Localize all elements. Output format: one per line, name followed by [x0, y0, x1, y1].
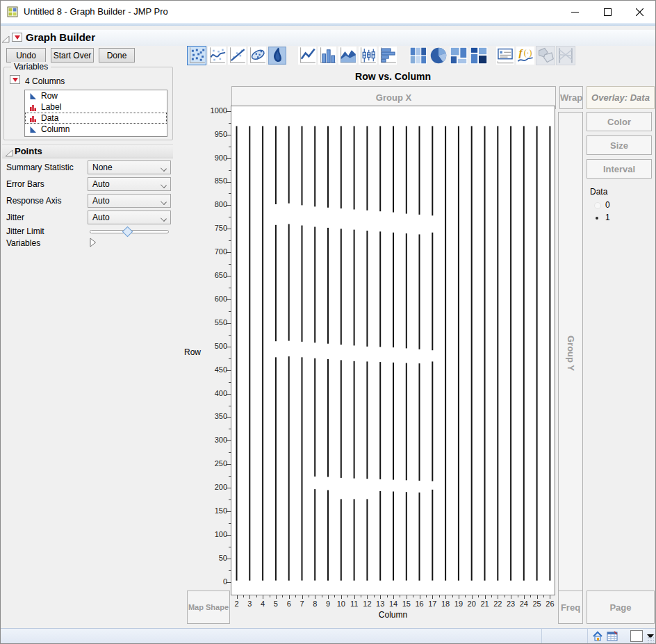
point-run-column-12[interactable]: [366, 499, 368, 580]
bar-element-icon[interactable]: [318, 46, 337, 65]
point-run-column-16[interactable]: [419, 363, 420, 481]
point-run-column-17[interactable]: [432, 126, 433, 216]
point-run-column-14[interactable]: [393, 233, 394, 347]
point-run-column-11[interactable]: [354, 361, 355, 479]
jitter-limit-slider[interactable]: [90, 227, 169, 236]
outline-collapse-icon[interactable]: [1, 33, 10, 46]
line-element-icon[interactable]: [297, 46, 317, 65]
point-run-column-14[interactable]: [393, 126, 394, 213]
point-run-column-13[interactable]: [379, 362, 381, 479]
variable-item-label[interactable]: Label: [25, 101, 167, 113]
line-of-fit-element-icon[interactable]: [227, 46, 247, 65]
box-plot-element-icon[interactable]: [358, 46, 377, 65]
undo-button[interactable]: Undo: [6, 48, 46, 63]
point-run-column-8[interactable]: [314, 227, 315, 343]
variable-item-column[interactable]: Column: [25, 124, 167, 135]
contour-element-icon[interactable]: [268, 46, 287, 65]
plot-area[interactable]: [231, 106, 555, 595]
close-button[interactable]: [623, 1, 655, 23]
point-run-column-4[interactable]: [262, 126, 263, 581]
point-run-column-25[interactable]: [536, 126, 538, 581]
point-run-column-10[interactable]: [341, 126, 342, 209]
maximize-button[interactable]: [591, 1, 623, 23]
point-run-column-8[interactable]: [314, 126, 315, 207]
response-axis-dropdown[interactable]: Auto: [88, 194, 171, 208]
collapse-triangle-icon[interactable]: [5, 148, 13, 160]
point-run-column-16[interactable]: [419, 493, 420, 581]
drop-zone-map-shape[interactable]: Map Shape: [187, 591, 230, 624]
point-run-column-5[interactable]: [275, 225, 277, 341]
point-run-column-17[interactable]: [432, 233, 433, 351]
variable-item-row[interactable]: Row: [25, 90, 167, 101]
heatmap-element-icon[interactable]: [409, 46, 428, 65]
point-run-column-13[interactable]: [379, 231, 381, 347]
point-run-column-24[interactable]: [523, 126, 525, 581]
point-run-column-17[interactable]: [432, 361, 433, 481]
minimize-button[interactable]: [559, 1, 591, 23]
point-run-column-8[interactable]: [314, 358, 315, 477]
point-run-column-9[interactable]: [327, 126, 329, 208]
done-button[interactable]: Done: [99, 48, 135, 63]
point-run-column-20[interactable]: [471, 126, 473, 581]
point-run-column-7[interactable]: [302, 126, 303, 206]
point-run-column-5[interactable]: [275, 126, 277, 205]
points-panel-header[interactable]: Points: [2, 145, 173, 158]
point-run-column-6[interactable]: [288, 356, 290, 581]
point-run-column-14[interactable]: [393, 492, 394, 581]
point-run-column-12[interactable]: [366, 361, 368, 479]
map-shapes-element-icon[interactable]: [536, 46, 555, 65]
point-run-column-15[interactable]: [406, 233, 407, 348]
point-run-column-9[interactable]: [327, 359, 329, 477]
home-icon[interactable]: [592, 631, 603, 642]
mosaic-element-icon[interactable]: [469, 46, 489, 65]
point-run-column-19[interactable]: [458, 126, 459, 581]
point-run-column-22[interactable]: [497, 126, 498, 581]
data-table-icon[interactable]: [607, 631, 618, 642]
points-element-icon[interactable]: [187, 46, 206, 65]
drop-zone-size[interactable]: Size: [587, 135, 652, 155]
pie-element-icon[interactable]: [429, 46, 448, 65]
point-run-column-5[interactable]: [275, 357, 277, 580]
drop-zone-group-y[interactable]: Group Y: [558, 112, 583, 595]
error-bars-dropdown[interactable]: Auto: [88, 177, 171, 191]
expand-triangle-icon[interactable]: [89, 238, 97, 250]
point-run-column-9[interactable]: [327, 490, 329, 581]
point-run-column-11[interactable]: [354, 126, 355, 210]
point-run-column-14[interactable]: [393, 363, 394, 480]
point-run-column-7[interactable]: [302, 226, 303, 342]
area-element-icon[interactable]: [338, 46, 357, 65]
point-run-column-23[interactable]: [510, 126, 511, 581]
point-run-column-7[interactable]: [302, 357, 303, 580]
point-run-column-12[interactable]: [366, 231, 368, 347]
histogram-element-icon[interactable]: [378, 46, 397, 65]
ellipse-element-icon[interactable]: [247, 46, 267, 65]
caption-box-element-icon[interactable]: [495, 46, 515, 65]
point-run-column-6[interactable]: [288, 224, 290, 341]
start-over-button[interactable]: Start Over: [51, 48, 94, 63]
point-run-column-11[interactable]: [354, 230, 355, 346]
point-run-column-16[interactable]: [419, 234, 420, 349]
treemap-element-icon[interactable]: [449, 46, 468, 65]
drop-zone-interval[interactable]: Interval: [587, 159, 652, 179]
point-run-column-26[interactable]: [549, 126, 550, 581]
point-run-column-13[interactable]: [379, 491, 381, 581]
point-run-column-13[interactable]: [379, 126, 381, 212]
smoother-element-icon[interactable]: [207, 46, 227, 65]
parallel-plot-element-icon[interactable]: [556, 46, 575, 65]
point-run-column-15[interactable]: [406, 492, 407, 580]
point-run-column-6[interactable]: [288, 126, 290, 204]
point-run-column-18[interactable]: [445, 126, 446, 581]
formula-element-icon[interactable]: f(·): [516, 46, 535, 65]
point-run-column-12[interactable]: [366, 126, 368, 210]
point-run-column-17[interactable]: [432, 490, 433, 581]
point-run-column-9[interactable]: [327, 228, 329, 344]
color-swatch[interactable]: [630, 630, 643, 642]
point-run-column-10[interactable]: [341, 499, 342, 580]
drop-zone-wrap[interactable]: Wrap: [559, 86, 583, 109]
red-triangle-menu-button[interactable]: [12, 33, 22, 42]
resize-grip[interactable]: [647, 636, 654, 643]
point-run-column-3[interactable]: [249, 126, 250, 581]
point-run-column-8[interactable]: [314, 489, 315, 581]
jitter-dropdown[interactable]: Auto: [88, 210, 171, 224]
drop-zone-freq[interactable]: Freq: [558, 591, 583, 624]
